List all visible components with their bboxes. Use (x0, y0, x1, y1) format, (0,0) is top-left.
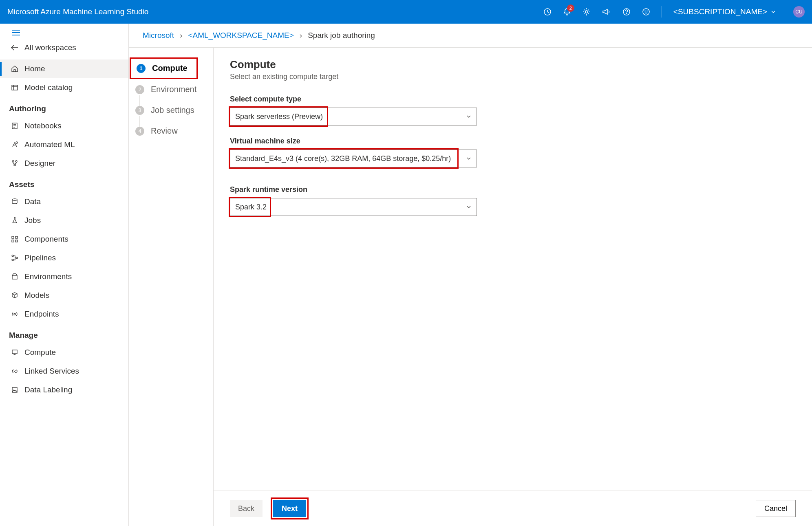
svg-rect-15 (15, 236, 18, 238)
sidebar-label: Pipelines (24, 253, 56, 262)
step-review[interactable]: 4 Review (129, 121, 213, 141)
breadcrumb-root[interactable]: Microsoft (143, 31, 174, 40)
svg-point-6 (647, 11, 647, 11)
step-number: 2 (135, 85, 144, 94)
svg-point-9 (16, 142, 18, 143)
chevron-down-icon (466, 204, 472, 210)
runtime-label: Spark runtime version (230, 185, 796, 194)
step-compute[interactable]: 1 Compute (131, 59, 196, 78)
sidebar-item-linked-services[interactable]: Linked Services (0, 362, 128, 381)
runtime-select[interactable]: Spark 3.2 (230, 198, 477, 216)
smile-icon[interactable] (642, 8, 650, 16)
cancel-button[interactable]: Cancel (756, 500, 796, 517)
clock-icon[interactable] (543, 8, 552, 16)
sidebar-item-automl[interactable]: Automated ML (0, 135, 128, 154)
hamburger-icon[interactable] (11, 29, 124, 36)
sidebar-item-environments[interactable]: Environments (0, 267, 128, 286)
back-button[interactable]: Back (230, 500, 263, 517)
sidebar-section-authoring: Authoring (0, 97, 128, 117)
sidebar-item-model-catalog[interactable]: Model catalog (0, 78, 128, 97)
compute-type-select[interactable]: Spark serverless (Preview) (230, 108, 477, 125)
sidebar-label: Compute (24, 348, 56, 357)
sidebar-item-notebooks[interactable]: Notebooks (0, 117, 128, 135)
svg-rect-14 (12, 236, 14, 238)
sidebar-item-home[interactable]: Home (0, 59, 128, 78)
back-to-workspaces[interactable]: All workspaces (0, 38, 128, 59)
svg-point-4 (643, 9, 649, 15)
sidebar-label: Data Labeling (24, 385, 72, 394)
megaphone-icon[interactable] (602, 8, 611, 16)
data-icon (11, 198, 19, 206)
sidebar-label: Jobs (24, 216, 41, 225)
vm-size-label: Virtual machine size (230, 137, 796, 145)
endpoints-icon (11, 310, 19, 318)
sidebar-item-data-labeling[interactable]: Data Labeling (0, 381, 128, 399)
gear-icon[interactable] (583, 8, 591, 16)
vm-size-select[interactable]: Standard_E4s_v3 (4 core(s), 32GB RAM, 64… (230, 150, 477, 167)
step-job-settings[interactable]: 3 Job settings (129, 100, 213, 121)
designer-icon (11, 159, 19, 167)
sidebar-item-compute[interactable]: Compute (0, 343, 128, 362)
top-bar: Microsoft Azure Machine Learning Studio … (0, 0, 812, 24)
svg-point-3 (626, 13, 627, 14)
step-label: Review (151, 126, 178, 136)
compute-icon (11, 348, 19, 357)
sidebar-label: Model catalog (24, 83, 73, 92)
home-icon (11, 65, 19, 73)
step-number: 3 (135, 106, 144, 115)
sidebar-label: Designer (24, 159, 55, 168)
svg-rect-17 (15, 240, 18, 242)
sidebar-label: Automated ML (24, 140, 75, 149)
sidebar-item-endpoints[interactable]: Endpoints (0, 305, 128, 324)
svg-point-11 (15, 161, 17, 162)
chevron-right-icon: › (300, 31, 302, 40)
environments-icon (11, 273, 19, 281)
breadcrumb: Microsoft › <AML_WORKSPACE_NAME> › Spark… (129, 24, 812, 48)
sidebar-section-manage: Manage (0, 324, 128, 343)
sidebar-item-components[interactable]: Components (0, 230, 128, 249)
svg-rect-7 (12, 85, 18, 90)
catalog-icon (11, 84, 19, 92)
help-icon[interactable] (622, 8, 631, 16)
svg-point-10 (12, 161, 14, 162)
sidebar-item-jobs[interactable]: Jobs (0, 211, 128, 230)
app-title: Microsoft Azure Machine Learning Studio (7, 7, 543, 16)
svg-rect-21 (12, 275, 17, 279)
subscription-picker[interactable]: <SUBSCRIPTION_NAME> (673, 7, 776, 16)
sidebar-item-designer[interactable]: Designer (0, 154, 128, 173)
highlight-box: Next (271, 497, 309, 519)
notebook-icon (11, 122, 19, 130)
svg-point-22 (14, 313, 15, 315)
bell-icon[interactable]: 2 (563, 8, 571, 16)
wizard-steps: 1 Compute 2 Environment 3 Job settings 4 (129, 48, 214, 526)
sidebar-label: Models (24, 291, 49, 300)
cube-icon (11, 291, 19, 299)
step-environment[interactable]: 2 Environment (129, 79, 213, 100)
sidebar-label: Home (24, 64, 45, 73)
sidebar-item-pipelines[interactable]: Pipelines (0, 249, 128, 267)
chevron-right-icon: › (180, 31, 182, 40)
sidebar-label: Linked Services (24, 367, 79, 376)
avatar[interactable]: CU (793, 6, 805, 18)
svg-point-1 (585, 11, 588, 13)
notification-badge: 2 (567, 4, 574, 12)
sidebar-label: Notebooks (24, 121, 62, 130)
step-label: Job settings (151, 106, 194, 115)
breadcrumb-workspace[interactable]: <AML_WORKSPACE_NAME> (188, 31, 293, 40)
step-label: Compute (152, 64, 188, 73)
svg-point-19 (16, 257, 18, 259)
automl-icon (11, 141, 19, 149)
svg-point-12 (14, 164, 15, 166)
sidebar-item-data[interactable]: Data (0, 192, 128, 211)
step-label: Environment (151, 85, 196, 94)
hamburger-row (0, 24, 128, 38)
chevron-down-icon (770, 9, 776, 15)
sidebar-label: Endpoints (24, 310, 59, 319)
svg-point-18 (12, 255, 13, 257)
wizard: 1 Compute 2 Environment 3 Job settings 4 (129, 48, 812, 526)
form: Compute Select an existing compute targe… (214, 48, 812, 491)
sidebar-item-models[interactable]: Models (0, 286, 128, 305)
step-number: 1 (137, 64, 146, 73)
next-button[interactable]: Next (273, 500, 306, 517)
chevron-down-icon (466, 156, 472, 161)
